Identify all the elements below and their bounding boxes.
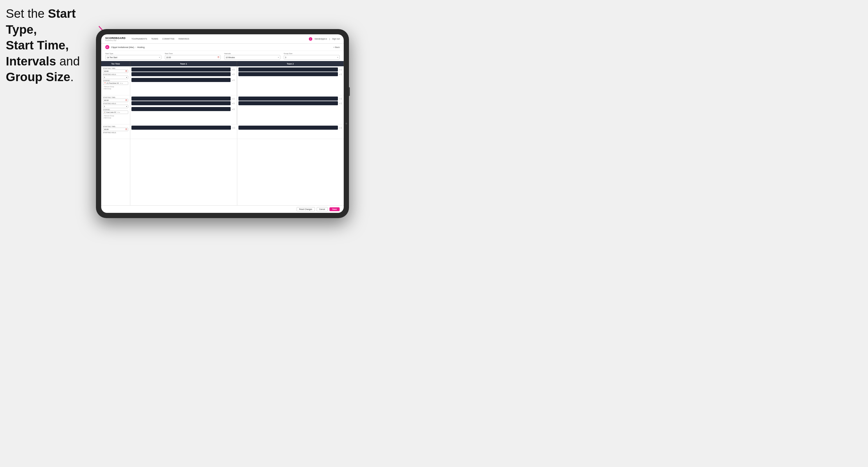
team2-g2-row1: × ☐	[239, 97, 343, 101]
intervals-arrow: ▾	[278, 56, 279, 58]
group-actions-1: ○ Remove Group + Add Group	[103, 86, 128, 90]
team1-g1-x3[interactable]: × ☐	[231, 79, 235, 81]
th-tee-time: Tee Time	[101, 61, 130, 66]
team2-g2-input2[interactable]	[239, 101, 338, 105]
intervals-label: Intervals	[224, 53, 280, 54]
course-name-2: East Lake GC	[106, 112, 116, 113]
team1-g1-row3: × ☐	[131, 78, 236, 82]
time-icon-1: ⏰	[125, 70, 127, 72]
starting-hole-label-1: STARTING HOLE:	[103, 73, 128, 75]
table-header: Tee Time Team 1 Team 2	[101, 61, 344, 66]
breadcrumb-tournament[interactable]: Clippd Invitational (Mar)	[111, 46, 134, 49]
nav-teams[interactable]: TEAMS	[151, 38, 158, 40]
instruction-line2: Start Time,	[6, 38, 69, 52]
reset-button[interactable]: Reset Changes	[297, 207, 315, 211]
team1-g1-input3[interactable]	[131, 78, 230, 82]
course-badge-1[interactable]: 📍 (A) Peachtree GC × +	[103, 82, 128, 85]
nav-rankings[interactable]: RANKINGS	[179, 38, 189, 40]
team1-group3-cells: × ☐	[130, 124, 237, 139]
time-icon-3: ⏰	[125, 128, 127, 130]
team1-g1-input2[interactable]	[131, 72, 230, 76]
team1-column: × ☐ × ☐ × ☐	[130, 66, 237, 205]
remove-group-2[interactable]: ○ Remove Group	[103, 115, 128, 117]
starting-hole-value-1[interactable]: 1 ▾	[103, 75, 128, 79]
course-x-2[interactable]: ×	[118, 112, 118, 113]
team1-group2-cells: × ☐ × ☐ × ☐	[130, 95, 237, 124]
course-more-1[interactable]: +	[122, 82, 123, 84]
team1-g2-x2[interactable]: × ☐	[231, 102, 235, 104]
group-size-value: 3	[285, 56, 286, 58]
team1-g2-x3[interactable]: × ☐	[231, 108, 235, 110]
starting-time-value-3[interactable]: 10:20 ⏰	[103, 128, 128, 131]
tablet-screen: SCOREBOARD Powered by clipp TOURNAMENTS …	[101, 34, 344, 213]
course-badge-2[interactable]: 🏌 East Lake GC × +	[103, 111, 128, 114]
team1-g2-input1[interactable]	[131, 97, 230, 101]
team1-g2-row1: × ☐	[131, 97, 236, 101]
team1-g3-input1[interactable]	[131, 126, 231, 130]
team2-g1-input2[interactable]	[239, 72, 338, 76]
starting-hole-value-2[interactable]: 1 ▾	[103, 105, 128, 108]
course-x-1[interactable]: ×	[120, 82, 121, 84]
team2-g2-x2[interactable]: × ☐	[339, 102, 343, 104]
intervals-value: 10 Minutes	[226, 56, 235, 58]
team2-g2-input1[interactable]	[239, 97, 338, 101]
starting-time-value-2[interactable]: 10:10 ⏰	[103, 99, 128, 102]
th-team1: Team 1	[130, 61, 237, 66]
add-group-2[interactable]: + Add Group	[103, 117, 128, 119]
team2-g3-input1[interactable]	[239, 126, 338, 130]
group-size-label: Group Size	[284, 53, 340, 54]
team2-g2-x1[interactable]: × ☐	[339, 98, 343, 100]
team2-g1-input1[interactable]	[239, 67, 338, 71]
starting-time-label-2: STARTING TIME:	[103, 97, 128, 98]
team1-g2-course-rows: × ☐	[131, 107, 236, 111]
course-icon-2: 🏌	[104, 112, 106, 113]
tee-group-1: STARTING TIME: 10:00 ⏰ STARTING HOLE: 1 …	[101, 66, 130, 95]
logo-text: SCOREBOARD	[105, 37, 126, 39]
start-time-group: Start Time 10:00 ⏰	[165, 53, 221, 60]
team2-column: × ☐ × ☐ × ☐	[237, 66, 344, 205]
team2-g1-x1[interactable]: × ☐	[339, 69, 343, 71]
team1-g2-input2[interactable]	[131, 101, 230, 105]
cancel-button[interactable]: Cancel	[317, 207, 328, 211]
start-type-arrow: ▾	[159, 56, 160, 58]
user-email: blair@clippd.io	[315, 38, 327, 40]
action-bar: Reset Changes Cancel Save	[101, 205, 344, 213]
group-actions-2: ○ Remove Group + Add Group	[103, 115, 128, 119]
tablet-camera	[345, 123, 347, 124]
team1-g1-input1[interactable]	[131, 67, 230, 71]
sign-out-link[interactable]: Sign out	[332, 38, 340, 40]
nav-links: TOURNAMENTS TEAMS COMMITTEE RANKINGS	[131, 38, 309, 40]
team2-g1-x2[interactable]: × ☐	[339, 73, 343, 75]
time-icon-2: ⏰	[125, 99, 127, 101]
group-size-select[interactable]: 3 ▾	[284, 55, 340, 60]
remove-group-1[interactable]: ○ Remove Group	[103, 86, 128, 88]
team1-g3-x1[interactable]: × ☐	[231, 127, 236, 129]
nav-committee[interactable]: COMMITTEE	[162, 38, 175, 40]
start-type-select[interactable]: 1st Tee Start ▾	[105, 55, 161, 60]
save-button[interactable]: Save	[330, 207, 340, 211]
team1-g1-x1[interactable]: × ☐	[231, 69, 235, 71]
intervals-select[interactable]: 10 Minutes ▾	[224, 55, 280, 60]
team1-g1-x2[interactable]: × ☐	[231, 73, 235, 75]
team1-g2-row2: × ☐	[131, 101, 236, 105]
table-body: STARTING TIME: 10:00 ⏰ STARTING HOLE: 1 …	[101, 66, 344, 205]
th-team2-label: Team 2	[287, 63, 294, 65]
team2-g2-row2: × ☐	[239, 101, 343, 105]
team2-g3-x1[interactable]: × ☐	[339, 127, 343, 129]
instruction-line1: Set the Start Type,	[6, 7, 75, 36]
starting-time-value-1[interactable]: 10:00 ⏰	[103, 69, 128, 73]
team1-g1-row2: × ☐	[131, 72, 236, 76]
start-time-select[interactable]: 10:00 ⏰	[165, 55, 221, 60]
team1-g2-x1[interactable]: × ☐	[231, 98, 235, 100]
add-group-1[interactable]: + Add Group	[103, 88, 128, 90]
th-tee-label: Tee Time	[112, 63, 120, 65]
th-team1-label: Team 1	[180, 63, 187, 65]
nav-tournaments[interactable]: TOURNAMENTS	[131, 38, 147, 40]
team1-g2-input3[interactable]	[131, 107, 230, 111]
nav-right: b blair@clippd.io | Sign out	[309, 37, 340, 41]
instruction-line4-bold: Group Size	[6, 70, 70, 84]
starting-hole-label-3: STARTING HOLE:	[103, 132, 128, 133]
logo-sub: Powered by clipp	[105, 39, 126, 41]
back-button[interactable]: < Back	[333, 46, 340, 48]
course-more-2[interactable]: +	[119, 112, 120, 113]
